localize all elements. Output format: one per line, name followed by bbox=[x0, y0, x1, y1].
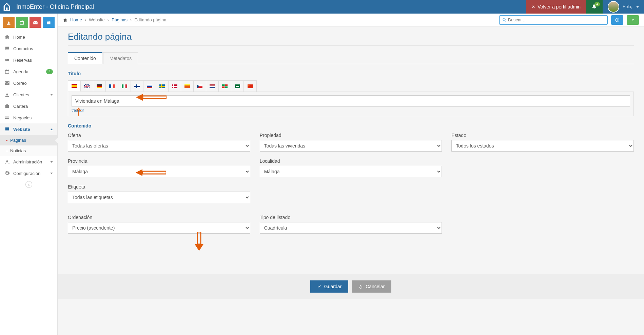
home-icon bbox=[63, 18, 67, 22]
flag-dk-icon bbox=[172, 84, 177, 88]
flag-it-icon bbox=[122, 84, 127, 88]
select-localidad[interactable]: Málaga bbox=[260, 166, 442, 177]
breadcrumb-website: Website bbox=[89, 17, 105, 22]
sidebar-subitem-paginas[interactable]: Páginas bbox=[0, 135, 57, 145]
language-tabs bbox=[68, 80, 257, 92]
svg-rect-4 bbox=[72, 85, 77, 87]
search-input[interactable] bbox=[508, 17, 605, 22]
sidebar-item-negocios[interactable]: Negocios bbox=[0, 112, 57, 123]
svg-rect-17 bbox=[136, 84, 137, 88]
select-provincia[interactable]: Málaga bbox=[68, 166, 250, 177]
flag-tab-dk[interactable] bbox=[169, 81, 181, 92]
cancelar-button[interactable]: Cancelar bbox=[352, 280, 391, 293]
flag-gb-icon bbox=[84, 84, 90, 88]
flag-tab-gb[interactable] bbox=[81, 81, 93, 92]
flag-tab-es[interactable] bbox=[68, 81, 81, 92]
sidebar-item-home[interactable]: Home bbox=[0, 31, 57, 43]
chevron-down-icon bbox=[50, 129, 53, 130]
chevron-down-icon bbox=[50, 173, 53, 174]
svg-rect-42 bbox=[248, 84, 253, 88]
select-ordenacion[interactable]: Precio (ascendente) bbox=[68, 222, 250, 234]
svg-point-43 bbox=[248, 85, 249, 86]
sidebar-item-cartera[interactable]: Cartera bbox=[0, 100, 57, 112]
flag-tab-fr[interactable] bbox=[106, 81, 118, 92]
flag-tab-ru[interactable] bbox=[143, 81, 156, 92]
select-etiqueta[interactable]: Todas las etiquetas bbox=[68, 192, 250, 203]
select-propiedad[interactable]: Todas las viviendas bbox=[260, 140, 442, 152]
svg-rect-19 bbox=[147, 85, 152, 87]
return-admin-button[interactable]: Volver a perfil admin bbox=[526, 0, 586, 14]
breadcrumb-paginas[interactable]: Páginas bbox=[112, 17, 128, 22]
sidebar-item-agenda[interactable]: Agenda4 bbox=[0, 66, 57, 77]
sidebar-item-contactos[interactable]: Contactos bbox=[0, 43, 57, 54]
field-oferta: Oferta Todas las ofertas bbox=[68, 133, 250, 152]
sidebar-item-config[interactable]: Configuración bbox=[0, 168, 57, 179]
footer-actions: Guardar Cancelar bbox=[58, 274, 644, 299]
question-button[interactable]: ? bbox=[627, 15, 639, 25]
flag-tab-se[interactable] bbox=[156, 81, 169, 92]
svg-rect-7 bbox=[97, 85, 102, 87]
flag-cn-icon bbox=[248, 84, 253, 88]
quick-mail-button[interactable] bbox=[30, 17, 41, 28]
chevron-down-icon bbox=[50, 161, 53, 163]
select-oferta[interactable]: Todas las ofertas bbox=[68, 140, 250, 152]
quick-buttons bbox=[0, 14, 57, 31]
flag-tab-it[interactable] bbox=[118, 81, 131, 92]
svg-rect-9 bbox=[109, 84, 111, 88]
svg-rect-22 bbox=[159, 86, 165, 87]
sidebar-subitem-noticias[interactable]: Noticias bbox=[0, 145, 57, 156]
select-listado[interactable]: Cuadrícula bbox=[260, 222, 442, 234]
svg-rect-38 bbox=[222, 84, 225, 86]
collapse-sidebar-button[interactable]: « bbox=[0, 179, 57, 190]
flag-ru-icon bbox=[147, 84, 152, 88]
field-ordenacion: Ordenación Precio (ascendente) bbox=[68, 215, 250, 234]
svg-rect-8 bbox=[97, 87, 102, 88]
tab-metadatos[interactable]: Metadatos bbox=[103, 52, 138, 64]
traducir-link[interactable]: traducir bbox=[72, 108, 84, 112]
user-menu[interactable]: Hola, bbox=[603, 0, 644, 14]
main: Home› Website› Páginas› Editando página … bbox=[58, 14, 644, 335]
flag-tab-fi[interactable] bbox=[131, 81, 143, 92]
select-estado[interactable]: Todos los estados bbox=[451, 140, 634, 152]
flag-tab-ar[interactable] bbox=[231, 81, 244, 92]
flag-tab-ca[interactable] bbox=[181, 81, 194, 92]
svg-rect-6 bbox=[97, 84, 102, 86]
flag-de-icon bbox=[97, 84, 102, 88]
svg-rect-18 bbox=[147, 84, 152, 86]
quick-calendar-button[interactable] bbox=[16, 17, 28, 28]
flag-ca-icon bbox=[184, 84, 190, 88]
quick-briefcase-button[interactable] bbox=[43, 17, 55, 28]
notifications-button[interactable]: 4 bbox=[586, 0, 603, 14]
field-localidad: Localidad Málaga bbox=[260, 158, 442, 177]
sidebar-item-website[interactable]: Website bbox=[0, 123, 57, 135]
svg-rect-26 bbox=[173, 84, 174, 88]
flag-tab-eu[interactable] bbox=[219, 81, 231, 92]
avatar bbox=[608, 1, 619, 13]
svg-rect-41 bbox=[236, 86, 239, 87]
breadcrumb: Home› Website› Páginas› Editando página bbox=[63, 17, 499, 22]
svg-text:?: ? bbox=[632, 18, 634, 21]
flag-tab-cz[interactable] bbox=[194, 81, 206, 92]
field-listado: Tipo de listado Cuadrícula bbox=[260, 215, 442, 234]
sidebar-item-admin[interactable]: Administración bbox=[0, 156, 57, 168]
breadcrumb-home[interactable]: Home bbox=[70, 17, 82, 22]
sidebar-item-correo[interactable]: Correo bbox=[0, 77, 57, 89]
section-titulo: Título bbox=[68, 71, 634, 76]
app-title: InmoEnter - Oficina Principal bbox=[16, 3, 526, 11]
flag-tab-cn[interactable] bbox=[244, 81, 256, 92]
flag-fr-icon bbox=[109, 84, 115, 88]
guardar-button[interactable]: Guardar bbox=[310, 280, 348, 293]
quick-users-button[interactable] bbox=[3, 17, 15, 28]
sidebar-item-reservas[interactable]: Reservas bbox=[0, 54, 57, 66]
help-button[interactable] bbox=[611, 15, 623, 25]
tab-contenido[interactable]: Contenido bbox=[68, 52, 102, 64]
flag-fi-icon bbox=[134, 84, 140, 88]
svg-rect-39 bbox=[225, 86, 228, 88]
caret-down-icon bbox=[636, 6, 639, 8]
svg-rect-36 bbox=[210, 87, 215, 88]
search-box[interactable] bbox=[499, 15, 608, 25]
title-input[interactable] bbox=[72, 95, 630, 107]
sidebar-item-clientes[interactable]: Clientes bbox=[0, 89, 57, 100]
flag-tab-de[interactable] bbox=[93, 81, 106, 92]
flag-tab-nl[interactable] bbox=[206, 81, 219, 92]
